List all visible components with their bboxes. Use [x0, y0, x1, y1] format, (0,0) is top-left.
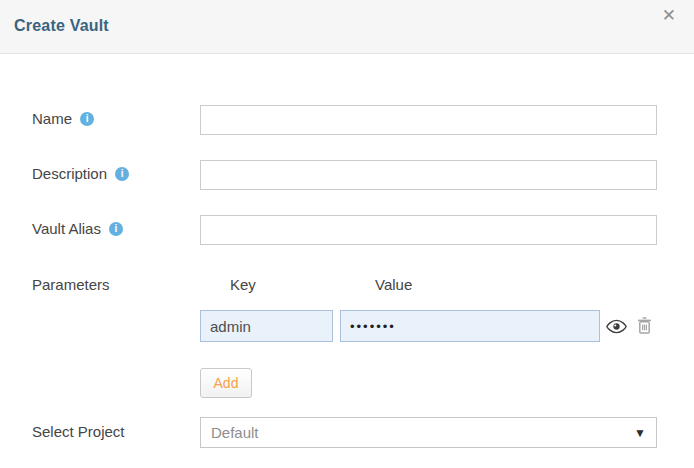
close-icon[interactable]: ✕ — [658, 3, 680, 28]
show-password-eye-icon[interactable] — [604, 314, 628, 338]
vault-alias-input[interactable] — [200, 215, 657, 245]
select-project-label-row: Select Project — [32, 423, 125, 440]
delete-parameter-trash-icon[interactable] — [634, 314, 654, 338]
parameter-value-input[interactable] — [340, 310, 600, 342]
parameters-key-header: Key — [230, 276, 256, 293]
vault-alias-label: Vault Alias — [32, 220, 101, 237]
add-parameter-button[interactable]: Add — [200, 368, 252, 398]
modal-header: Create Vault ✕ — [0, 0, 694, 54]
name-input[interactable] — [200, 105, 657, 135]
name-label-row: Name i — [32, 110, 94, 127]
parameter-key-input[interactable] — [200, 310, 333, 342]
select-project-dropdown[interactable]: Default ▼ — [200, 417, 657, 448]
select-project-selected-value: Default — [211, 424, 259, 441]
info-icon[interactable]: i — [109, 222, 123, 236]
vault-alias-label-row: Vault Alias i — [32, 220, 123, 237]
chevron-down-icon: ▼ — [634, 426, 646, 440]
parameters-label: Parameters — [32, 276, 110, 293]
create-vault-modal: Create Vault ✕ Name i Description i Vaul… — [0, 0, 694, 468]
trash-icon — [637, 317, 652, 335]
modal-title: Create Vault — [14, 17, 109, 35]
info-icon[interactable]: i — [115, 167, 129, 181]
description-input[interactable] — [200, 160, 657, 190]
description-label-row: Description i — [32, 165, 129, 182]
parameters-label-row: Parameters — [32, 276, 110, 293]
parameters-value-header: Value — [375, 276, 412, 293]
info-icon[interactable]: i — [80, 112, 94, 126]
name-label: Name — [32, 110, 72, 127]
select-project-label: Select Project — [32, 423, 125, 440]
description-label: Description — [32, 165, 107, 182]
eye-icon — [606, 319, 627, 334]
